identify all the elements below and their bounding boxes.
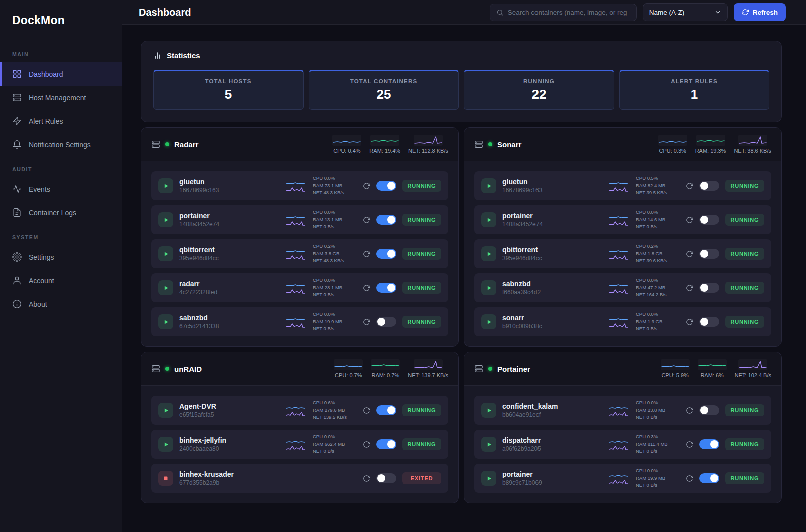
restart-icon[interactable] [686, 250, 693, 258]
container-row-binhex-jellyfin: binhex-jellyfin2400cbaaea80CPU 0.0%RAM 6… [151, 430, 448, 459]
autostart-toggle[interactable] [699, 215, 719, 225]
status-badge: RUNNING [725, 180, 764, 192]
host-title: Radarr [151, 140, 198, 149]
nav-section-label: AUDIT [0, 156, 122, 177]
search-icon [496, 9, 504, 16]
autostart-toggle[interactable] [699, 283, 719, 293]
user-icon [12, 276, 22, 285]
container-info: qbittorrent395e946d84cc [502, 246, 603, 262]
server-icon [151, 364, 160, 373]
status-badge: RUNNING [725, 438, 764, 450]
restart-icon[interactable] [363, 250, 370, 258]
sidebar-item-alert-rules[interactable]: Alert Rules [0, 109, 122, 133]
search-input[interactable] [508, 9, 630, 16]
container-cpu: CPU 0.0% [636, 209, 680, 216]
play-icon[interactable] [481, 246, 496, 261]
sidebar-item-account[interactable]: Account [0, 269, 122, 292]
container-name: gluetun [179, 178, 280, 186]
autostart-toggle[interactable] [376, 317, 396, 327]
restart-icon[interactable] [363, 441, 370, 448]
autostart-toggle[interactable] [376, 215, 396, 225]
host-title: unRAID [151, 364, 202, 373]
play-icon[interactable] [481, 314, 496, 329]
sidebar-item-notification-settings[interactable]: Notification Settings [0, 133, 122, 156]
host-net-sparkline [414, 359, 443, 370]
host-ram-chart: RAM: 19.4% [369, 135, 400, 154]
play-icon[interactable] [481, 280, 496, 295]
restart-icon[interactable] [686, 475, 693, 482]
autostart-toggle[interactable] [376, 439, 396, 449]
sidebar-item-settings[interactable]: Settings [0, 245, 122, 269]
autostart-toggle[interactable] [699, 439, 719, 449]
stat-card-total-hosts: TOTAL HOSTS5 [153, 70, 304, 110]
host-net-label: NET: 38.6 KB/s [734, 148, 771, 154]
sidebar-item-about[interactable]: About [0, 292, 122, 316]
sort-select[interactable]: Name (A-Z) [643, 3, 728, 21]
play-icon[interactable] [158, 314, 173, 329]
restart-icon[interactable] [363, 318, 370, 326]
restart-icon[interactable] [363, 284, 370, 292]
autostart-toggle[interactable] [699, 317, 719, 327]
restart-icon[interactable] [363, 407, 370, 414]
container-cpu: CPU 0.0% [636, 311, 680, 318]
play-icon[interactable] [158, 437, 173, 452]
restart-icon[interactable] [363, 216, 370, 224]
restart-icon[interactable] [686, 216, 693, 224]
stop-icon[interactable] [158, 471, 173, 486]
restart-icon[interactable] [686, 441, 693, 448]
status-badge: EXITED [402, 472, 441, 484]
container-net: NET 0 B/s [636, 223, 680, 231]
container-sparklines [609, 214, 630, 226]
autostart-toggle[interactable] [376, 249, 396, 259]
restart-icon[interactable] [686, 318, 693, 326]
play-icon[interactable] [158, 178, 173, 193]
autostart-toggle[interactable] [376, 181, 396, 191]
container-name: sabnzbd [502, 280, 603, 288]
autostart-toggle[interactable] [376, 405, 396, 415]
container-sparklines [286, 438, 307, 450]
host-ram-sparkline [371, 359, 400, 370]
restart-icon[interactable] [363, 182, 370, 190]
play-icon[interactable] [481, 437, 496, 452]
play-icon[interactable] [158, 280, 173, 295]
play-icon[interactable] [158, 403, 173, 418]
restart-icon[interactable] [686, 284, 693, 292]
gear-icon [12, 252, 22, 262]
host-net-label: NET: 112.8 KB/s [408, 148, 448, 154]
sidebar-item-container-logs[interactable]: Container Logs [0, 201, 122, 224]
restart-icon[interactable] [363, 475, 370, 482]
play-icon[interactable] [481, 471, 496, 486]
host-net-sparkline [738, 135, 767, 146]
play-icon[interactable] [158, 212, 173, 227]
sidebar-item-dashboard[interactable]: Dashboard [0, 62, 122, 86]
autostart-toggle[interactable] [699, 405, 719, 415]
autostart-toggle[interactable] [376, 473, 396, 483]
container-cpu: CPU 0.5% [636, 175, 680, 182]
restart-icon[interactable] [686, 182, 693, 190]
container-net: NET 39.5 KB/s [636, 189, 680, 197]
play-icon[interactable] [481, 403, 496, 418]
container-stats: CPU 0.0%RAM 19.9 MBNET 0 B/s [313, 311, 357, 333]
host-title: Portainer [474, 364, 530, 373]
sidebar-item-events[interactable]: Events [0, 177, 122, 201]
container-row-agent-dvr: Agent-DVRe65f15afcfa5CPU 0.6%RAM 279.6 M… [151, 396, 448, 425]
play-icon[interactable] [481, 212, 496, 227]
container-name: portainer [502, 470, 603, 478]
play-icon[interactable] [158, 246, 173, 261]
sidebar-item-host-management[interactable]: Host Management [0, 86, 122, 109]
container-id: 16678699c163 [502, 187, 603, 194]
content: Statistics TOTAL HOSTS5TOTAL CONTAINERS2… [122, 25, 806, 532]
container-row-portainer: portainer1408a3452e74CPU 0.0%RAM 13.1 MB… [151, 205, 448, 234]
host-container-list: gluetun16678699c163CPU 0.0%RAM 73.1 MBNE… [141, 161, 458, 346]
container-name: binhex-jellyfin [179, 436, 280, 444]
server-icon [474, 140, 483, 149]
autostart-toggle[interactable] [376, 283, 396, 293]
autostart-toggle[interactable] [699, 249, 719, 259]
toggle-knob [387, 284, 395, 292]
play-icon[interactable] [481, 178, 496, 193]
container-info: gluetun16678699c163 [179, 178, 280, 194]
refresh-button[interactable]: Refresh [734, 3, 786, 21]
autostart-toggle[interactable] [699, 181, 719, 191]
restart-icon[interactable] [686, 407, 693, 414]
autostart-toggle[interactable] [699, 473, 719, 483]
